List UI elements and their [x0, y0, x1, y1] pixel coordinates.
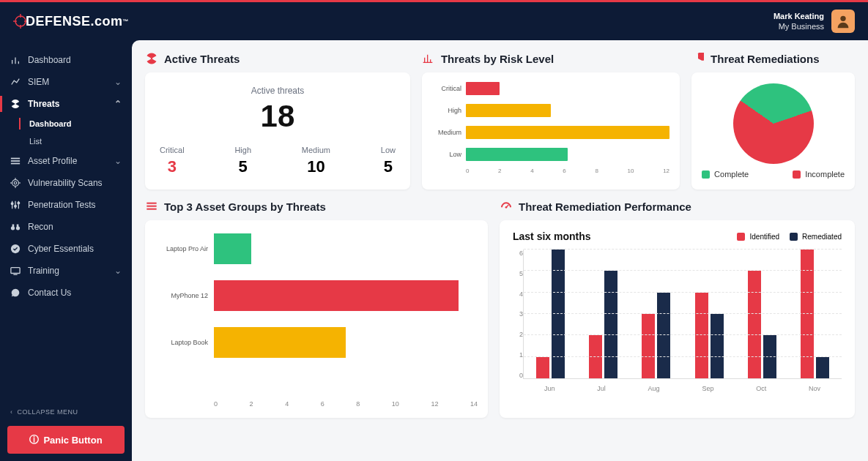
perf-bar-remediated: [604, 271, 617, 378]
brand-tm: ™: [123, 18, 130, 25]
perf-bar-identified: [642, 314, 655, 378]
chevron-down-icon: ⌄: [114, 266, 122, 276]
legend-identified: Identified: [737, 233, 779, 241]
sidebar-item-asset-profile[interactable]: Asset Profile⌄: [0, 150, 132, 172]
risk-bar-low: [466, 148, 568, 161]
svg-point-32: [151, 58, 153, 60]
asset-bar: [214, 327, 346, 358]
perf-bar-identified: [536, 357, 549, 378]
chevron-left-icon: ‹: [10, 408, 13, 416]
svg-point-13: [12, 180, 19, 187]
card-title-remediations: Threat Remediations: [691, 52, 855, 65]
legend-remediated: Remediated: [790, 233, 842, 241]
svg-rect-28: [17, 225, 19, 228]
collapse-label: COLLAPSE MENU: [18, 408, 78, 416]
binoculars-icon: [10, 222, 21, 232]
asset-bar: [214, 280, 459, 311]
bar-chart-icon: [422, 52, 435, 65]
svg-rect-30: [11, 268, 20, 274]
collapse-menu-button[interactable]: ‹ COLLAPSE MENU: [0, 402, 132, 421]
card-title-performance: Threat Remediation Performance: [500, 200, 855, 213]
chevron-down-icon: ⌄: [114, 77, 122, 87]
remediations-pie: [733, 83, 814, 164]
card-title-active-threats: Active Threats: [145, 52, 410, 65]
sidebar: DashboardSIEM⌄Threats⌃DashboardListAsset…: [0, 40, 132, 461]
svg-point-14: [14, 181, 17, 184]
info-icon: ⓘ: [29, 433, 39, 446]
perf-bar-remediated: [763, 335, 776, 378]
legend-complete: Complete: [702, 170, 749, 179]
screen-icon: [10, 266, 21, 276]
sidebar-item-contact-us[interactable]: Contact Us: [0, 282, 132, 304]
perf-bar-identified: [801, 250, 814, 378]
svg-rect-11: [11, 160, 20, 162]
remediations-panel: CompleteIncomplete: [691, 72, 855, 190]
target-icon: [10, 178, 21, 188]
chevron-up-icon: ⌃: [114, 99, 122, 109]
chevron-down-icon: ⌄: [114, 156, 122, 166]
svg-line-41: [506, 205, 508, 207]
card-title-asset-groups: Top 3 Asset Groups by Threats: [145, 200, 488, 213]
sidebar-item-siem[interactable]: SIEM⌄: [0, 71, 132, 93]
panic-label: Panic Button: [43, 435, 102, 446]
svg-rect-10: [11, 158, 20, 160]
sidebar-item-dashboard[interactable]: Dashboard: [0, 49, 132, 71]
sidebar-subitem-list[interactable]: List: [0, 132, 132, 150]
radiation-icon: [10, 99, 21, 109]
user-business: My Business: [774, 21, 824, 31]
asset-bar: [214, 233, 251, 264]
brand-text-pre: DEFENSE: [26, 14, 91, 29]
svg-rect-37: [146, 203, 156, 204]
main-content: Active Threats Active threats 18 Critica…: [132, 40, 868, 461]
performance-panel: Last six months IdentifiedRemediated 654…: [500, 220, 855, 418]
gauge-icon: [500, 200, 513, 213]
legend-incomplete: Incomplete: [793, 170, 845, 179]
sidebar-item-training[interactable]: Training⌄: [0, 260, 132, 282]
perf-bar-identified: [748, 271, 761, 378]
brand-text-suf: .com: [91, 14, 123, 29]
threat-stat-high: High5: [234, 146, 251, 176]
avatar[interactable]: [831, 10, 855, 33]
sliders-icon: [10, 200, 21, 210]
risk-bar-critical: [466, 82, 500, 95]
pie-chart-icon: [691, 52, 705, 65]
app-header: DEFENSE.com™ Mark Keating My Business: [0, 2, 868, 40]
sidebar-item-recon[interactable]: Recon: [0, 216, 132, 238]
performance-subtitle: Last six months: [513, 230, 591, 242]
sidebar-item-vulnerability-scans[interactable]: Vulnerability Scans: [0, 172, 132, 194]
list-icon: [145, 200, 158, 213]
sidebar-item-penetration-tests[interactable]: Penetration Tests: [0, 194, 132, 216]
risk-level-panel: CriticalHighMediumLow024681012: [422, 72, 680, 190]
panic-button[interactable]: ⓘ Panic Button: [7, 426, 125, 454]
chat-icon: [10, 288, 21, 298]
user-name: Mark Keating: [774, 11, 824, 21]
svg-point-5: [840, 16, 845, 21]
svg-rect-12: [11, 163, 20, 165]
sidebar-item-cyber-essentials[interactable]: Cyber Essentials: [0, 238, 132, 260]
radiation-icon: [145, 52, 158, 65]
perf-bar-identified: [589, 335, 602, 378]
asset-groups-panel: Laptop Pro AirMyPhone 12Laptop Book02468…: [145, 220, 488, 418]
svg-point-0: [15, 16, 26, 26]
risk-bar-high: [466, 104, 551, 117]
svg-rect-38: [146, 206, 156, 207]
check-icon: [10, 244, 21, 254]
sidebar-subitem-dashboard[interactable]: Dashboard: [0, 115, 132, 132]
risk-bar-medium: [466, 126, 669, 139]
threat-stat-low: Low5: [381, 146, 396, 176]
active-threats-subtitle: Active threats: [160, 86, 396, 96]
perf-bar-remediated: [816, 357, 829, 378]
brand-logo[interactable]: DEFENSE.com™: [13, 14, 129, 29]
svg-rect-27: [12, 225, 15, 228]
list-icon: [10, 156, 21, 166]
threat-stat-critical: Critical3: [160, 146, 185, 176]
active-threats-total: 18: [160, 99, 396, 134]
perf-bar-remediated: [711, 314, 724, 378]
svg-point-24: [18, 202, 20, 204]
card-title-risk-level: Threats by Risk Level: [422, 52, 680, 65]
user-menu[interactable]: Mark Keating My Business: [774, 10, 855, 33]
perf-bar-remediated: [552, 250, 565, 378]
svg-point-22: [11, 203, 13, 205]
sidebar-item-threats[interactable]: Threats⌃: [0, 93, 132, 115]
bar-icon: [10, 55, 21, 65]
